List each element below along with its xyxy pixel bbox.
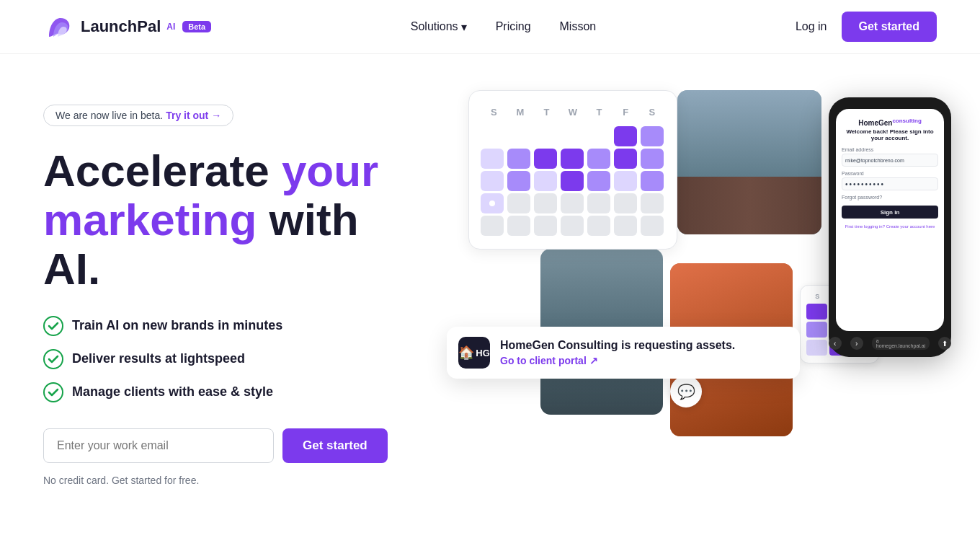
notification-card: 🏠 HG HomeGen Consulting is requesting as… xyxy=(447,327,800,379)
calendar-header: S M T W T F S xyxy=(481,104,665,120)
cal-cell xyxy=(534,149,557,169)
phone-url-bar: a homegen.launchpal.ai xyxy=(872,337,930,350)
cal-cell xyxy=(534,193,557,213)
cal-cell xyxy=(587,171,610,191)
home-icon: 🏠 xyxy=(458,345,474,361)
svg-point-2 xyxy=(44,350,63,369)
beta-badge: Beta xyxy=(182,21,211,32)
logo-text: LaunchPal xyxy=(81,17,161,36)
cal-cell xyxy=(507,216,530,236)
cal-cell xyxy=(561,193,584,213)
phone-password-field: •••••••••• xyxy=(842,177,938,190)
cal-cell xyxy=(614,126,637,146)
no-credit-text: No credit card. Get started for free. xyxy=(43,475,418,486)
features-list: Train AI on new brands in minutes Delive… xyxy=(43,316,418,402)
hero-left: We are now live in beta. Try it out → Ac… xyxy=(43,90,418,486)
phone-share-btn: ⬆ xyxy=(938,337,951,350)
svg-point-1 xyxy=(44,317,63,335)
cal-cell xyxy=(481,126,504,146)
cal-cell xyxy=(587,149,610,169)
cal-cell xyxy=(534,216,557,236)
cal-cell xyxy=(587,216,610,236)
cal-cell xyxy=(641,149,664,169)
nav-right: Log in Get started xyxy=(796,12,937,42)
hero-headline: Accelerate your marketing with AI. xyxy=(43,146,418,294)
phone-back-btn: ‹ xyxy=(829,337,842,350)
logo-ai-badge: AI xyxy=(166,22,175,32)
phone-browser-bar: ‹ › a homegen.launchpal.ai ⬆ xyxy=(829,337,952,350)
cal-cell xyxy=(614,171,637,191)
login-button[interactable]: Log in xyxy=(796,20,827,33)
logo[interactable]: LaunchPal AI xyxy=(43,11,175,43)
check-icon-3 xyxy=(43,382,63,402)
logo-icon xyxy=(43,11,75,43)
notification-text: HomeGen Consulting is requesting assets.… xyxy=(500,339,788,366)
cal-cell xyxy=(481,171,504,191)
svg-point-3 xyxy=(44,383,63,402)
chevron-down-icon: ▾ xyxy=(461,20,467,34)
cal-cell xyxy=(641,171,664,191)
cal-cell xyxy=(481,216,504,236)
cal-cell xyxy=(587,193,610,213)
nav-center: Solutions ▾ Pricing Misson xyxy=(411,20,596,34)
notification-link[interactable]: Go to client portal ↗ xyxy=(500,355,788,366)
hero-section: We are now live in beta. Try it out → Ac… xyxy=(0,54,980,551)
cal-cell xyxy=(641,193,664,213)
photo-bridge xyxy=(677,90,821,234)
check-icon-1 xyxy=(43,316,63,336)
beta-announcement-pill: We are now live in beta. Try it out → xyxy=(43,105,233,126)
notification-title: HomeGen Consulting is requesting assets. xyxy=(500,339,788,352)
feature-item-1: Train AI on new brands in minutes xyxy=(43,316,418,336)
cal-cell xyxy=(614,149,637,169)
phone-forgot-password: Forgot password? xyxy=(842,195,882,200)
cal-cell xyxy=(641,216,664,236)
cal-cell xyxy=(534,171,557,191)
email-form: Get started xyxy=(43,428,418,463)
cal-cell xyxy=(481,193,504,213)
cal-cell xyxy=(641,126,664,146)
notification-logo: 🏠 HG xyxy=(458,337,490,369)
cal-cell xyxy=(614,193,637,213)
get-started-nav-button[interactable]: Get started xyxy=(842,12,937,42)
cal-cell xyxy=(614,216,637,236)
phone-email-field: mike@topnotchbreno.com xyxy=(842,154,938,167)
cal-cell xyxy=(507,171,530,191)
email-input[interactable] xyxy=(43,428,274,463)
cal-cell xyxy=(587,126,610,146)
get-started-hero-button[interactable]: Get started xyxy=(282,428,388,463)
nav-left: LaunchPal AI Beta xyxy=(43,11,211,43)
check-icon-2 xyxy=(43,349,63,369)
cal-cell xyxy=(481,149,504,169)
phone-forward-btn: › xyxy=(850,337,863,350)
cal-cell xyxy=(561,171,584,191)
phone-password-label: Password xyxy=(842,171,864,176)
cal-cell xyxy=(561,149,584,169)
chat-bubble: 💬 xyxy=(670,376,702,407)
cal-cell xyxy=(534,126,557,146)
phone-screen: HomeGenconsulting Welcome back! Please s… xyxy=(836,109,944,331)
navbar: LaunchPal AI Beta Solutions ▾ Pricing Mi… xyxy=(0,0,980,54)
cal-cell xyxy=(507,149,530,169)
nav-mission[interactable]: Misson xyxy=(560,20,597,33)
hero-right: S M T W T F S xyxy=(447,90,937,465)
nav-solutions[interactable]: Solutions ▾ xyxy=(411,20,467,34)
phone-welcome-text: Welcome back! Please sign into your acco… xyxy=(842,128,938,141)
phone-app-logo: HomeGenconsulting xyxy=(858,118,922,127)
notification-logo-text: HG xyxy=(476,348,490,358)
feature-item-3: Manage clients with ease & style xyxy=(43,382,418,402)
cal-cell xyxy=(507,193,530,213)
phone-email-label: Email address xyxy=(842,147,873,152)
calendar-grid xyxy=(481,126,665,236)
phone-bottom-links: First time logging in? Create your accou… xyxy=(845,224,935,229)
cal-cell xyxy=(561,126,584,146)
phone-signin-button: Sign in xyxy=(842,206,938,219)
calendar-card: S M T W T F S xyxy=(468,90,677,250)
cal-cell xyxy=(561,216,584,236)
feature-item-2: Deliver results at lightspeed xyxy=(43,349,418,369)
phone-mockup: HomeGenconsulting Welcome back! Please s… xyxy=(829,97,951,357)
cal-cell xyxy=(507,126,530,146)
nav-pricing[interactable]: Pricing xyxy=(496,20,531,33)
try-it-out-link[interactable]: Try it out → xyxy=(166,110,221,121)
